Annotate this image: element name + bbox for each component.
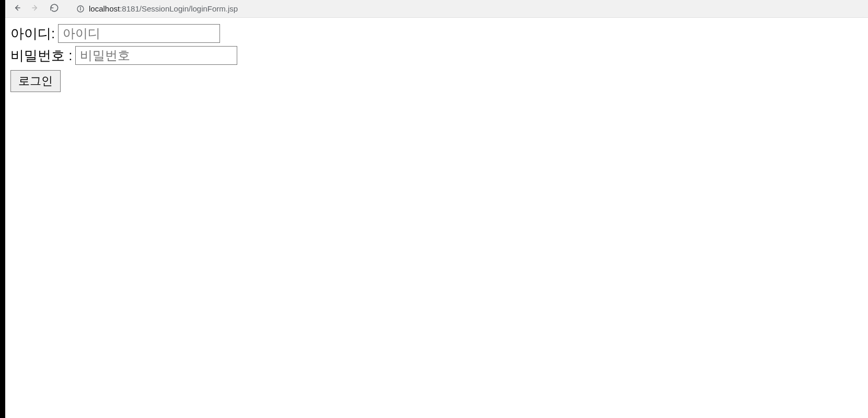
password-label: 비밀번호 : xyxy=(10,47,72,65)
password-input[interactable] xyxy=(75,46,237,65)
id-input[interactable] xyxy=(58,24,220,43)
back-button[interactable] xyxy=(9,2,24,16)
page-content: 아이디: 비밀번호 : 로그인 xyxy=(5,18,868,98)
browser-toolbar: localhost:8181/SessionLogin/loginForm.js… xyxy=(5,0,868,18)
forward-button[interactable] xyxy=(28,2,43,16)
arrow-left-icon xyxy=(12,3,21,15)
url-text: localhost:8181/SessionLogin/loginForm.js… xyxy=(89,4,238,13)
reload-icon xyxy=(50,3,59,15)
id-label: 아이디: xyxy=(10,25,55,43)
svg-point-4 xyxy=(80,7,81,7)
password-row: 비밀번호 : xyxy=(10,46,868,65)
login-button[interactable]: 로그인 xyxy=(10,70,61,92)
arrow-right-icon xyxy=(31,3,40,15)
info-icon xyxy=(76,5,85,13)
address-bar[interactable]: localhost:8181/SessionLogin/loginForm.js… xyxy=(71,2,868,16)
reload-button[interactable] xyxy=(47,2,62,16)
url-host: localhost xyxy=(89,4,120,13)
id-row: 아이디: xyxy=(10,24,868,43)
url-path: :8181/SessionLogin/loginForm.jsp xyxy=(120,4,238,13)
